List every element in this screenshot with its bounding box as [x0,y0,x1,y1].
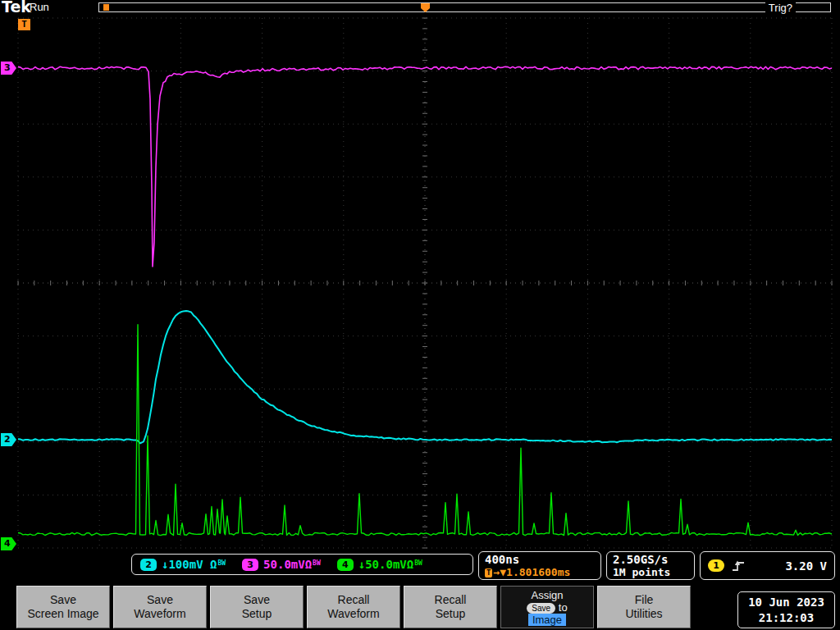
record-length: 1M points [613,566,688,578]
button-label: Save to [527,601,567,614]
oscilloscope-screen: Tek Run Trig? T 3 2 4 2 ↓100mV ΩBW 3 50.… [0,0,840,630]
trigger-position-marker-icon [421,3,430,12]
tek-logo: Tek [2,0,31,16]
save-waveform-button[interactable]: Save Waveform [113,586,207,628]
channel-2-badge: 2 [140,559,157,571]
bandwidth-indicator: BW [414,559,422,567]
trigger-delay-readout: T→▼1.801600ms [485,566,595,578]
channel-3-scale: 50.0mVΩBW [263,558,321,571]
button-label: Recall [435,593,467,607]
button-label: Screen Image [27,607,98,621]
time-scale: 400ns [485,553,595,566]
rising-edge-icon [732,559,745,573]
channel-2-scale: ↓100mV ΩBW [162,558,226,571]
record-start-marker-icon [103,4,109,11]
button-label: Setup [436,607,466,621]
assign-save-button[interactable]: Assign Save to Image [500,586,594,628]
save-pill-icon: Save [527,603,555,614]
channel-4-badge: 4 [337,559,354,571]
acquisition-status: Run [30,1,49,13]
save-setup-button[interactable]: Save Setup [210,586,304,628]
trigger-level-indicator-icon: T [18,19,30,30]
channel-3-unit: Ω [305,558,312,571]
bandwidth-indicator: BW [313,559,321,567]
button-label: Recall [338,593,370,607]
sample-rate: 2.50GS/s [613,553,688,566]
date-label: 10 Jun 2023 [748,595,824,610]
channel-2-unit: Ω [210,558,217,571]
channel-readouts[interactable]: 2 ↓100mV ΩBW 3 50.0mVΩBW 4 ↓50.0mVΩBW [131,554,473,575]
button-label: Save [147,593,173,607]
bandwidth-indicator: BW [217,559,226,567]
record-view-bar: Trig? [98,2,831,12]
button-label: Setup [242,607,272,621]
channel-3-badge: 3 [242,559,258,571]
button-label: Utilities [625,607,662,621]
trigger-readout[interactable]: 1 3.20 V [700,551,835,580]
waveform-display [0,0,840,630]
assign-connector: to [559,601,568,614]
channel-4-scale: ↓50.0mVΩBW [358,558,422,571]
time-label: 21:12:03 [759,610,814,626]
horizontal-readout[interactable]: 400ns T→▼1.801600ms [478,551,601,580]
button-label: Assign [531,589,563,601]
button-label: File [635,593,654,607]
button-label: Save [244,593,270,607]
button-label: Waveform [134,607,185,621]
channel-4-value: ↓50.0mV [358,558,407,571]
save-screen-image-button[interactable]: Save Screen Image [16,586,110,628]
assign-target-label: Image [528,614,566,626]
channel-2-value: ↓100mV [162,558,203,571]
button-label: Save [50,593,76,607]
channel-4-unit: Ω [407,558,413,571]
channel-3-value: 50.0mV [263,558,305,571]
trigger-delay-value: 1.801600ms [506,566,570,578]
recall-setup-button[interactable]: Recall Setup [404,586,497,628]
channel-1-badge: 1 [708,559,724,572]
trigger-t-icon: T [485,568,492,578]
trigger-status-label: Trig? [765,2,796,14]
trigger-level: 3.20 V [785,559,827,573]
trigger-delay-arrow-icon: →▼ [493,566,506,578]
file-utilities-button[interactable]: File Utilities [597,586,691,628]
datetime-display: 10 Jun 2023 21:12:03 [737,591,835,628]
acquisition-readout[interactable]: 2.50GS/s 1M points [606,551,695,580]
button-label: Waveform [327,607,379,621]
recall-waveform-button[interactable]: Recall Waveform [307,586,400,628]
